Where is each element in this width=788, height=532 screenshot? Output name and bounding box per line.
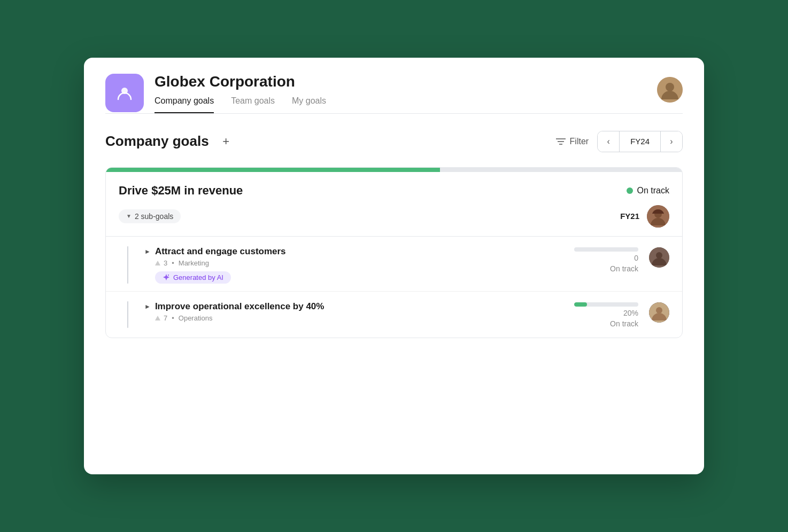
svg-point-8: [168, 275, 169, 276]
company-name: Globex Corporation: [154, 73, 657, 91]
tab-company-goals[interactable]: Company goals: [154, 96, 214, 113]
warning-number-2: 7: [164, 314, 167, 322]
goal-card-revenue: Drive $25M in revenue On track ▼ 2 sub-g…: [105, 167, 683, 338]
page-title-right: Filter ‹ FY24 ›: [556, 131, 683, 152]
dot-separator-2: •: [172, 314, 174, 322]
page-title-left: Company goals +: [105, 133, 235, 150]
chevron-right-icon: ›: [670, 137, 673, 146]
goal-progress-bar: [106, 168, 682, 172]
company-logo: [105, 74, 144, 112]
sub-pct-1: 0: [634, 254, 638, 262]
sub-goal-owner-avatar-2[interactable]: [649, 302, 669, 323]
team-label-2: Operations: [179, 314, 213, 322]
connector-line-1: [127, 246, 128, 284]
expand-icon: ▼: [126, 213, 132, 219]
warning-number-1: 3: [164, 259, 167, 267]
fy-next-button[interactable]: ›: [661, 131, 682, 152]
goal-meta-right: FY21: [620, 205, 669, 228]
ai-sparkle-icon: [163, 273, 170, 281]
filter-label: Filter: [570, 137, 589, 146]
chevron-left-icon: ‹: [607, 137, 609, 146]
sub-status-1: On track: [610, 264, 638, 273]
expand-sub-goal-icon-1[interactable]: ►: [144, 248, 151, 255]
warning-count-1: 3: [155, 259, 167, 267]
status-dot-green: [627, 187, 633, 194]
add-goal-button[interactable]: +: [218, 133, 235, 150]
goal-title: Drive $25M in revenue: [119, 184, 243, 198]
sub-goals-label: 2 sub-goals: [135, 212, 173, 221]
sub-goal-title-row-1: ► Attract and engage customers: [144, 246, 566, 257]
sub-goal-left-2: ► Improve operational excellence by 40% …: [144, 301, 566, 326]
tab-my-goals[interactable]: My goals: [292, 96, 326, 113]
sub-progress-fill-2: [574, 302, 587, 307]
sub-goals-container: ► Attract and engage customers 3 • Marke…: [106, 236, 682, 338]
goal-status: On track: [627, 186, 669, 195]
app-window: Globex Corporation Company goals Team go…: [84, 58, 704, 474]
fy-navigator: ‹ FY24 ›: [597, 131, 683, 152]
sub-goal-progress-1: 0 On track: [574, 247, 638, 273]
goal-meta-row: ▼ 2 sub-goals FY21: [119, 205, 669, 228]
goal-status-label: On track: [637, 186, 669, 195]
main-content: Company goals + Filter ‹ FY24: [84, 114, 704, 364]
sub-goal-right-2: 20% On track: [574, 301, 669, 328]
warning-triangle-icon-2: [155, 316, 160, 320]
sub-progress-bar-1: [574, 247, 638, 252]
warning-count-2: 7: [155, 314, 167, 322]
svg-point-12: [656, 307, 662, 314]
sub-goal-title-1: Attract and engage customers: [155, 246, 286, 257]
fy-label: FY24: [619, 131, 661, 152]
goal-main-row: Drive $25M in revenue On track: [119, 184, 669, 198]
goal-card-body: Drive $25M in revenue On track ▼ 2 sub-g…: [106, 172, 682, 228]
warning-triangle-icon: [155, 261, 160, 265]
dot-separator-1: •: [172, 259, 174, 267]
tab-team-goals[interactable]: Team goals: [231, 96, 275, 113]
svg-point-2: [666, 83, 674, 91]
nav-tabs: Company goals Team goals My goals: [154, 96, 657, 113]
sub-goal-row-1: ► Attract and engage customers 3 • Marke…: [106, 237, 682, 292]
sub-goal-owner-avatar-1[interactable]: [649, 247, 669, 268]
sub-goal-title-2: Improve operational excellence by 40%: [155, 301, 325, 312]
header-info: Globex Corporation Company goals Team go…: [154, 73, 657, 113]
sub-goal-progress-2: 20% On track: [574, 302, 638, 328]
sub-goal-meta-1: 3 • Marketing: [144, 259, 566, 267]
svg-point-10: [656, 252, 662, 259]
sub-status-2: On track: [610, 319, 638, 328]
page-title-row: Company goals + Filter ‹ FY24: [105, 131, 683, 152]
sub-goals-chip[interactable]: ▼ 2 sub-goals: [119, 209, 181, 223]
filter-icon: [556, 138, 566, 145]
team-label-1: Marketing: [179, 259, 209, 267]
goal-fy-badge: FY21: [620, 212, 639, 221]
goal-owner-avatar[interactable]: [647, 205, 669, 228]
ai-badge-label: Generated by AI: [173, 273, 223, 281]
connector-line-2: [127, 301, 128, 328]
fy-prev-button[interactable]: ‹: [598, 131, 619, 152]
sub-progress-bar-2: [574, 302, 638, 307]
sub-goal-row-2: ► Improve operational excellence by 40% …: [106, 292, 682, 338]
expand-sub-goal-icon-2[interactable]: ►: [144, 303, 151, 310]
user-avatar-header[interactable]: [657, 77, 683, 103]
filter-button[interactable]: Filter: [556, 137, 589, 146]
goal-progress-fill: [106, 168, 440, 172]
ai-generated-badge[interactable]: Generated by AI: [155, 271, 231, 284]
sub-goal-left-1: ► Attract and engage customers 3 • Marke…: [144, 246, 566, 284]
sub-pct-2: 20%: [623, 309, 638, 317]
sub-goal-meta-2: 7 • Operations: [144, 314, 566, 322]
page-title: Company goals: [105, 133, 209, 150]
header: Globex Corporation Company goals Team go…: [84, 58, 704, 113]
sub-goal-title-row-2: ► Improve operational excellence by 40%: [144, 301, 566, 312]
sub-goal-right-1: 0 On track: [574, 246, 669, 273]
